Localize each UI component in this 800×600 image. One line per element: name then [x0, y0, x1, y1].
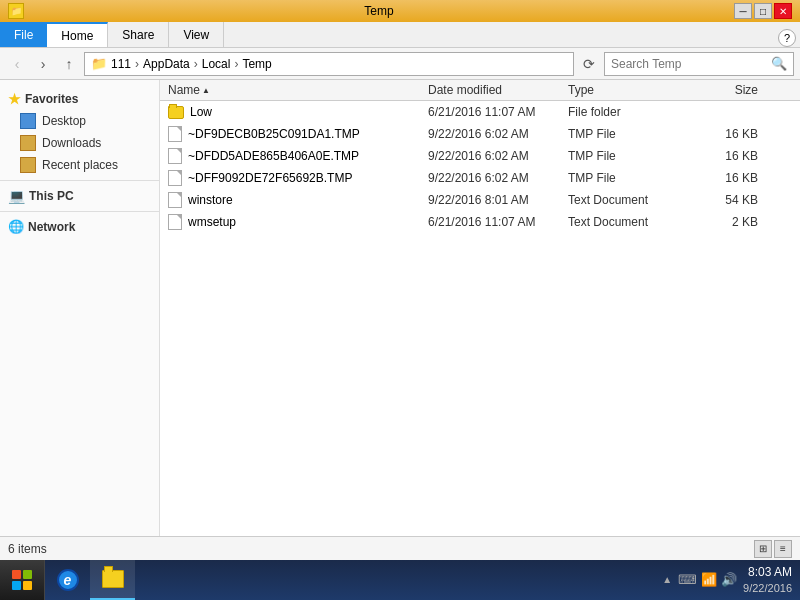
column-type[interactable]: Type	[568, 83, 688, 97]
sidebar-item-downloads[interactable]: Downloads	[0, 132, 159, 154]
taskbar-ie-button[interactable]: e	[45, 560, 90, 600]
file-name-cell: ~DF9DECB0B25C091DA1.TMP	[168, 126, 428, 142]
file-name-text: ~DFF9092DE72F65692B.TMP	[188, 171, 352, 185]
table-row[interactable]: ~DF9DECB0B25C091DA1.TMP 9/22/2016 6:02 A…	[160, 123, 800, 145]
sidebar-separator-1	[0, 180, 159, 181]
file-size-cell: 16 KB	[688, 149, 758, 163]
tray-keyboard-icon[interactable]: ⌨	[678, 572, 697, 587]
file-date-cell: 6/21/2016 11:07 AM	[428, 215, 568, 229]
file-type-cell: TMP File	[568, 149, 688, 163]
file-type-cell: TMP File	[568, 171, 688, 185]
table-row[interactable]: ~DFDD5ADE865B406A0E.TMP 9/22/2016 6:02 A…	[160, 145, 800, 167]
search-input[interactable]	[611, 57, 767, 71]
start-button[interactable]	[0, 560, 45, 600]
search-box[interactable]: 🔍	[604, 52, 794, 76]
tray-time[interactable]: 8:03 AM 9/22/2016	[743, 565, 792, 595]
tab-view[interactable]: View	[169, 22, 224, 47]
favorites-label: Favorites	[25, 92, 78, 106]
file-name-text: Low	[190, 105, 212, 119]
file-type-cell: TMP File	[568, 127, 688, 141]
path-part-appdata[interactable]: AppData	[143, 57, 190, 71]
column-date[interactable]: Date modified	[428, 83, 568, 97]
path-folder-icon: 📁	[91, 56, 107, 71]
file-date-cell: 9/22/2016 6:02 AM	[428, 171, 568, 185]
table-row[interactable]: wmsetup 6/21/2016 11:07 AM Text Document…	[160, 211, 800, 233]
sidebar-item-desktop-label: Desktop	[42, 114, 86, 128]
help-button[interactable]: ?	[778, 29, 796, 47]
tab-share[interactable]: Share	[108, 22, 169, 47]
path-sep-1: ›	[135, 57, 139, 71]
win-sq2	[23, 570, 32, 579]
file-list: Name ▲ Date modified Type Size Low 6/21/…	[160, 80, 800, 536]
list-view-button[interactable]: ≡	[774, 540, 792, 558]
file-type-cell: Text Document	[568, 193, 688, 207]
taskbar-explorer-button[interactable]	[90, 560, 135, 600]
file-icon	[168, 192, 182, 208]
table-row[interactable]: Low 6/21/2016 11:07 AM File folder	[160, 101, 800, 123]
file-type-cell: Text Document	[568, 215, 688, 229]
file-name-text: wmsetup	[188, 215, 236, 229]
grid-view-button[interactable]: ⊞	[754, 540, 772, 558]
explorer-icon	[102, 570, 124, 588]
address-path[interactable]: 📁 111 › AppData › Local › Temp	[84, 52, 574, 76]
tray-time-display: 8:03 AM	[743, 565, 792, 581]
tray-icons: ⌨ 📶 🔊	[678, 572, 737, 587]
file-icon	[168, 170, 182, 186]
refresh-button[interactable]: ⟳	[578, 53, 600, 75]
file-name-cell: ~DFDD5ADE865B406A0E.TMP	[168, 148, 428, 164]
file-date-cell: 9/22/2016 8:01 AM	[428, 193, 568, 207]
forward-button[interactable]: ›	[32, 53, 54, 75]
column-size[interactable]: Size	[688, 83, 758, 97]
file-name-cell: ~DFF9092DE72F65692B.TMP	[168, 170, 428, 186]
maximize-button[interactable]: □	[754, 3, 772, 19]
taskbar: e ▲ ⌨ 📶 🔊 8:03 AM 9/22/2016	[0, 560, 800, 600]
file-name-cell: Low	[168, 105, 428, 119]
status-bar: 6 items ⊞ ≡	[0, 536, 800, 560]
downloads-icon	[20, 135, 36, 151]
minimize-button[interactable]: ─	[734, 3, 752, 19]
back-button[interactable]: ‹	[6, 53, 28, 75]
tab-file[interactable]: File	[0, 22, 47, 47]
file-icon	[168, 214, 182, 230]
sidebar-item-desktop[interactable]: Desktop	[0, 110, 159, 132]
win-sq1	[12, 570, 21, 579]
win-sq4	[23, 581, 32, 590]
column-name[interactable]: Name ▲	[168, 83, 428, 97]
sidebar-item-recent-label: Recent places	[42, 158, 118, 172]
close-button[interactable]: ✕	[774, 3, 792, 19]
up-button[interactable]: ↑	[58, 53, 80, 75]
table-row[interactable]: ~DFF9092DE72F65692B.TMP 9/22/2016 6:02 A…	[160, 167, 800, 189]
sidebar-thispc-header[interactable]: 💻 This PC	[0, 185, 159, 207]
sidebar-network-header[interactable]: 🌐 Network	[0, 216, 159, 237]
title-bar-controls: ─ □ ✕	[734, 3, 792, 19]
tray-expand-icon[interactable]: ▲	[662, 574, 672, 585]
sidebar-separator-2	[0, 211, 159, 212]
network-label: Network	[28, 220, 75, 234]
tab-home[interactable]: Home	[47, 22, 108, 47]
file-rows-container: Low 6/21/2016 11:07 AM File folder ~DF9D…	[160, 101, 800, 233]
sidebar-item-recent-places[interactable]: Recent places	[0, 154, 159, 176]
favorites-star-icon: ★	[8, 91, 21, 107]
table-row[interactable]: winstore 9/22/2016 8:01 AM Text Document…	[160, 189, 800, 211]
path-part-local[interactable]: Local	[202, 57, 231, 71]
path-sep-2: ›	[194, 57, 198, 71]
file-name-text: winstore	[188, 193, 233, 207]
window-title: Temp	[24, 4, 734, 18]
file-name-cell: wmsetup	[168, 214, 428, 230]
file-name-text: ~DF9DECB0B25C091DA1.TMP	[188, 127, 360, 141]
tray-network-icon[interactable]: 📶	[701, 572, 717, 587]
path-part-temp[interactable]: Temp	[242, 57, 271, 71]
path-part-111[interactable]: 111	[111, 57, 131, 71]
window-icon: 📁	[8, 3, 24, 19]
file-date-cell: 9/22/2016 6:02 AM	[428, 127, 568, 141]
desktop-icon	[20, 113, 36, 129]
file-name-cell: winstore	[168, 192, 428, 208]
sidebar-favorites-header[interactable]: ★ Favorites	[0, 88, 159, 110]
file-size-cell: 16 KB	[688, 127, 758, 141]
folder-icon	[168, 106, 184, 119]
this-pc-label: This PC	[29, 189, 74, 203]
tray-volume-icon[interactable]: 🔊	[721, 572, 737, 587]
file-size-cell: 2 KB	[688, 215, 758, 229]
search-icon: 🔍	[771, 56, 787, 71]
file-size-cell: 54 KB	[688, 193, 758, 207]
